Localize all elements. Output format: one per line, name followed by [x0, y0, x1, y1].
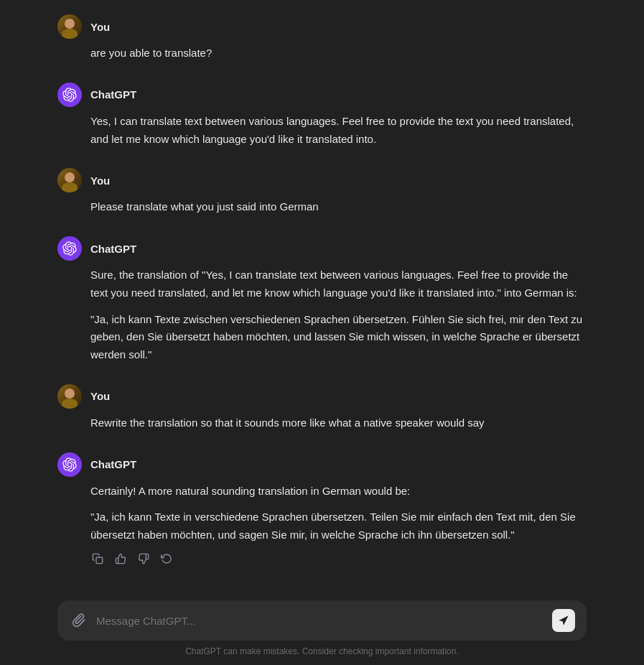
message-content: Yes, I can translate text between variou… — [90, 113, 587, 149]
message-content: are you able to translate? — [90, 45, 587, 62]
message-header: You — [57, 168, 587, 192]
bottom-bar: ChatGPT can make mistakes. Consider chec… — [0, 592, 644, 665]
disclaimer-text: ChatGPT can make mistakes. Consider chec… — [57, 641, 587, 665]
message-paragraph: are you able to translate? — [90, 45, 587, 62]
message-block: Youare you able to translate? — [57, 14, 587, 62]
message-block: ChatGPTCertainly! A more natural soundin… — [57, 452, 587, 566]
user-avatar — [57, 14, 82, 39]
chat-container: Youare you able to translate? ChatGPTYes… — [0, 0, 644, 592]
message-paragraph: "Ja, ich kann Texte zwischen verschieden… — [90, 311, 587, 364]
sender-name: ChatGPT — [90, 88, 136, 101]
sender-name: ChatGPT — [90, 243, 136, 255]
message-header: ChatGPT — [57, 452, 587, 477]
message-paragraph: Please translate what you just said into… — [90, 198, 587, 216]
user-avatar — [57, 168, 82, 192]
message-header: ChatGPT — [57, 83, 587, 107]
copy-button[interactable] — [90, 552, 105, 566]
message-header: You — [57, 384, 587, 409]
message-paragraph: Certainly! A more natural sounding trans… — [90, 483, 587, 501]
message-content: Sure, the translation of "Yes, I can tra… — [90, 266, 587, 364]
input-container — [57, 600, 587, 641]
chatgpt-avatar — [57, 452, 82, 477]
message-input[interactable] — [96, 615, 545, 627]
message-block: YouPlease translate what you just said i… — [57, 168, 587, 216]
attach-button[interactable] — [69, 610, 89, 631]
message-block: ChatGPTSure, the translation of "Yes, I … — [57, 236, 587, 364]
message-paragraph: Yes, I can translate text between variou… — [90, 113, 587, 149]
sender-name: You — [90, 21, 110, 33]
message-header: You — [57, 14, 587, 39]
message-paragraph: Rewrite the translation so that it sound… — [90, 414, 587, 432]
message-paragraph: Sure, the translation of "Yes, I can tra… — [90, 266, 587, 302]
message-content: Rewrite the translation so that it sound… — [90, 414, 587, 432]
chatgpt-avatar — [57, 236, 82, 261]
chatgpt-avatar — [57, 83, 82, 107]
message-content: Certainly! A more natural sounding trans… — [90, 483, 587, 544]
message-actions — [90, 552, 587, 566]
user-avatar — [57, 384, 82, 409]
message-header: ChatGPT — [57, 236, 587, 261]
sender-name: You — [90, 175, 110, 187]
thumbs-up-button[interactable] — [113, 552, 128, 566]
refresh-button[interactable] — [159, 552, 174, 566]
message-paragraph: "Ja, ich kann Texte in verschiedene Spra… — [90, 508, 587, 544]
thumbs-down-button[interactable] — [136, 552, 151, 566]
sender-name: ChatGPT — [90, 458, 136, 470]
sender-name: You — [90, 390, 110, 402]
message-content: Please translate what you just said into… — [90, 198, 587, 216]
svg-rect-0 — [96, 557, 103, 564]
message-block: YouRewrite the translation so that it so… — [57, 384, 587, 432]
send-button[interactable] — [552, 609, 575, 632]
message-block: ChatGPTYes, I can translate text between… — [57, 83, 587, 149]
